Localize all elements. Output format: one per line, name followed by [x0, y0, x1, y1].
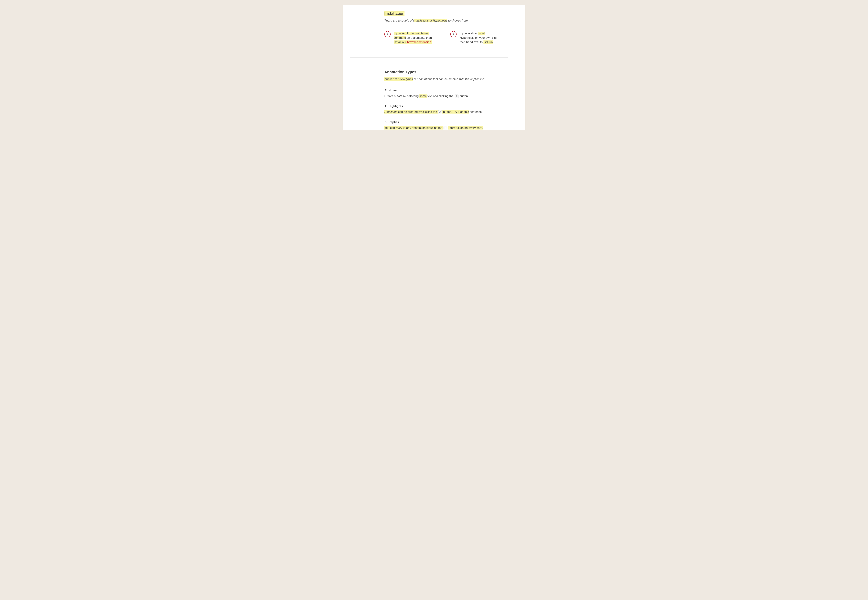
installation-option-2: 2 If you wish to install Hypothesis on y…	[450, 31, 501, 44]
reply-button-inline[interactable]	[444, 126, 447, 130]
note-icon	[384, 89, 387, 92]
installation-option-1: 1 If you want to annotate and comment on…	[384, 31, 440, 44]
note-button-inline[interactable]	[454, 94, 459, 98]
option-1-text: If you want to annotate and comment on d…	[394, 31, 440, 44]
installation-heading: Installation	[384, 11, 404, 16]
annotation-types-heading: Annotation Types	[384, 70, 416, 74]
highlights-description: Highlights can be created by clicking th…	[384, 110, 501, 114]
reply-icon	[384, 120, 387, 124]
installation-intro: There are a couple of installations of H…	[384, 19, 501, 23]
replies-description: You can reply to any annotation by using…	[384, 126, 501, 130]
notes-description: Create a note by selecting some text and…	[384, 94, 501, 98]
annotation-types-intro: There are a few types of annotations tha…	[384, 77, 501, 81]
github-link[interactable]: GitHub	[483, 41, 493, 44]
content-area: Installation There are a couple of insta…	[384, 11, 501, 130]
installation-options: 1 If you want to annotate and comment on…	[384, 31, 501, 44]
option-number-badge: 1	[384, 31, 391, 37]
highlight-icon	[384, 105, 387, 108]
highlights-heading: Highlights	[384, 105, 501, 108]
highlight-button-inline[interactable]	[438, 110, 442, 114]
notes-heading: Notes	[384, 89, 501, 92]
replies-heading: Replies	[384, 120, 501, 124]
browser-extension-link[interactable]: browser extension	[407, 41, 431, 44]
option-2-text: If you wish to install Hypothesis on you…	[460, 31, 501, 44]
option-number-badge: 2	[450, 31, 457, 37]
page-container: Installation There are a couple of insta…	[343, 5, 525, 130]
